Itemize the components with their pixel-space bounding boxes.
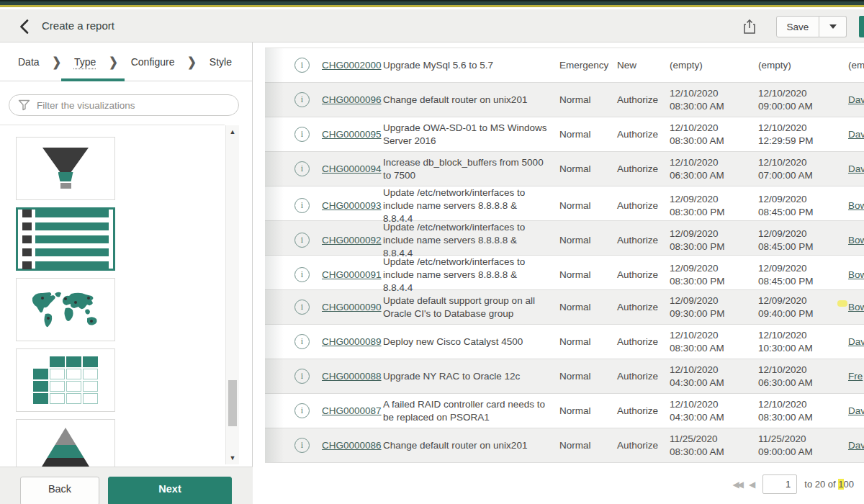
info-icon[interactable]: i bbox=[294, 127, 310, 142]
table-row[interactable]: i CHG0000093 Update /etc/network/interfa… bbox=[265, 186, 864, 221]
end-date-cell: 12/10/2020 08:30:00 AM bbox=[758, 398, 848, 424]
sidebar-scrollbar[interactable]: ▲ ▼ bbox=[225, 125, 239, 464]
next-button[interactable]: Next bbox=[108, 477, 232, 504]
end-date-cell: 11/25/2020 09:00:00 AM bbox=[758, 433, 848, 459]
table-row[interactable]: i CHG0000087 A failed RAID controller ca… bbox=[265, 394, 864, 428]
table-row[interactable]: i CHG0000091 Update /etc/network/interfa… bbox=[265, 256, 864, 290]
pagination: ◀◀ ◀ to 20 of 100 bbox=[733, 474, 854, 494]
info-icon[interactable]: i bbox=[294, 403, 310, 418]
short-description: Update /etc/network/interfaces to includ… bbox=[383, 256, 559, 294]
short-description: Change default router on unix201 bbox=[383, 94, 559, 107]
change-number-link[interactable]: CHG0000092 bbox=[322, 235, 383, 246]
assigned-to-link[interactable]: Bow bbox=[848, 200, 864, 211]
viz-thumbnail-funnel[interactable] bbox=[16, 137, 115, 200]
change-number-link[interactable]: CHG0000087 bbox=[322, 405, 383, 416]
priority-cell: Normal bbox=[559, 129, 617, 140]
assigned-to-link[interactable]: Bow bbox=[848, 235, 864, 246]
assigned-to-link[interactable]: Dav bbox=[848, 440, 864, 451]
table-row[interactable]: i CHG0000088 Upgrade NY RAC to Oracle 12… bbox=[265, 359, 864, 394]
assigned-to-link[interactable]: Dav bbox=[848, 405, 864, 416]
chevron-right-icon: ❯ bbox=[109, 54, 118, 69]
assigned-to-link[interactable]: Bow bbox=[848, 302, 864, 312]
table-row[interactable]: i CHG0002000 Upgrade MySql 5.6 to 5.7 Em… bbox=[265, 48, 864, 83]
save-button[interactable]: Save bbox=[776, 16, 819, 37]
change-number-link[interactable]: CHG0000095 bbox=[322, 129, 383, 140]
step-style[interactable]: Style bbox=[210, 56, 232, 68]
state-cell: Authorize bbox=[617, 302, 670, 312]
change-number-link[interactable]: CHG0000096 bbox=[322, 94, 383, 105]
assigned-to-link[interactable]: Dav bbox=[848, 336, 864, 347]
scrollbar-thumb[interactable] bbox=[228, 380, 237, 426]
viz-thumbnail-heatmap[interactable] bbox=[16, 348, 115, 412]
viz-thumbnail-list[interactable] bbox=[16, 207, 115, 271]
change-number-link[interactable]: CHG0000090 bbox=[322, 302, 383, 312]
change-number-link[interactable]: CHG0000086 bbox=[322, 440, 383, 451]
info-icon[interactable]: i bbox=[294, 334, 310, 349]
change-number-link[interactable]: CHG0000089 bbox=[322, 336, 383, 347]
end-date-cell: (empty) bbox=[758, 59, 848, 72]
change-number-link[interactable]: CHG0000091 bbox=[322, 269, 383, 280]
assigned-to-link[interactable]: Bow bbox=[848, 269, 864, 280]
change-number-link[interactable]: CHG0002000 bbox=[322, 60, 383, 71]
info-icon[interactable]: i bbox=[294, 267, 310, 282]
save-split-button: Save bbox=[776, 16, 847, 37]
assigned-to-link[interactable]: Dav bbox=[848, 129, 864, 140]
report-type-panel: Data ❯ Type ❯ Configure ❯ Style bbox=[0, 42, 253, 504]
priority-cell: Normal bbox=[559, 405, 617, 416]
step-type[interactable]: Type bbox=[74, 56, 96, 68]
info-icon[interactable]: i bbox=[294, 300, 310, 315]
scroll-down-icon[interactable]: ▼ bbox=[226, 453, 239, 463]
table-row[interactable]: i CHG0000089 Deploy new Cisco Catalyst 4… bbox=[265, 325, 864, 359]
viz-thumbnail-pyramid[interactable] bbox=[16, 419, 115, 467]
table-row[interactable]: i CHG0000092 Update /etc/network/interfa… bbox=[265, 221, 864, 256]
page-number-input[interactable] bbox=[762, 474, 797, 494]
viz-thumbnail-map[interactable] bbox=[16, 278, 115, 341]
table-row[interactable]: i CHG0000095 Upgrade OWA-SD-01 to MS Win… bbox=[265, 117, 864, 152]
change-number-link[interactable]: CHG0000088 bbox=[322, 371, 383, 382]
table-row[interactable]: i CHG0000096 Change default router on un… bbox=[265, 83, 864, 117]
assigned-to-link[interactable]: Dav bbox=[848, 94, 864, 105]
info-icon[interactable]: i bbox=[294, 198, 310, 213]
table-row[interactable]: i CHG0000086 Change default router on un… bbox=[265, 428, 864, 463]
info-icon[interactable]: i bbox=[294, 92, 310, 107]
assigned-to-link: (empty) bbox=[848, 60, 864, 71]
state-cell: Authorize bbox=[617, 440, 670, 451]
info-icon[interactable]: i bbox=[294, 233, 310, 248]
first-page-icon[interactable]: ◀◀ bbox=[733, 480, 742, 490]
priority-cell: Emergency bbox=[559, 60, 617, 71]
info-icon[interactable]: i bbox=[294, 58, 310, 73]
save-menu-button[interactable] bbox=[819, 16, 847, 37]
change-number-link[interactable]: CHG0000094 bbox=[322, 163, 383, 174]
table-row[interactable]: i CHG0000090 Update default support grou… bbox=[265, 290, 864, 325]
back-button[interactable]: Back bbox=[20, 477, 99, 504]
share-icon[interactable] bbox=[740, 17, 759, 36]
app-header: Create a report Save bbox=[0, 9, 864, 42]
info-icon[interactable]: i bbox=[294, 161, 310, 176]
visualization-filter-input[interactable] bbox=[9, 94, 239, 116]
pagination-range-prefix: to 20 of bbox=[804, 479, 838, 490]
end-date-cell: 12/09/2020 09:40:00 PM bbox=[758, 294, 848, 320]
clipped-action-button[interactable] bbox=[859, 16, 864, 37]
change-number-link[interactable]: CHG0000093 bbox=[322, 200, 383, 211]
info-icon[interactable]: i bbox=[294, 438, 310, 453]
short-description: Upgrade NY RAC to Oracle 12c bbox=[383, 370, 559, 383]
scroll-up-icon[interactable]: ▲ bbox=[226, 127, 239, 137]
info-icon[interactable]: i bbox=[294, 369, 310, 384]
assigned-to-link[interactable]: Dav bbox=[848, 163, 864, 174]
back-chevron-icon[interactable] bbox=[14, 17, 33, 36]
priority-cell: Normal bbox=[559, 336, 617, 347]
state-cell: Authorize bbox=[617, 371, 670, 382]
previous-page-icon[interactable]: ◀ bbox=[749, 480, 755, 490]
step-configure[interactable]: Configure bbox=[131, 56, 175, 68]
state-cell: Authorize bbox=[617, 129, 670, 140]
step-data[interactable]: Data bbox=[18, 56, 40, 68]
page-title: Create a report bbox=[42, 19, 114, 32]
table-row[interactable]: i CHG0000094 Increase db_block_buffers f… bbox=[265, 152, 864, 186]
end-date-cell: 12/10/2020 06:30:00 AM bbox=[758, 364, 848, 390]
brand-strip bbox=[0, 0, 864, 7]
short-description: Update default support group on all Orac… bbox=[383, 294, 559, 320]
start-date-cell: 12/09/2020 08:30:00 PM bbox=[670, 193, 758, 219]
start-date-cell: 12/09/2020 08:30:00 PM bbox=[670, 262, 758, 288]
state-cell: Authorize bbox=[617, 269, 670, 280]
assigned-to-link[interactable]: Fre bbox=[848, 371, 864, 382]
